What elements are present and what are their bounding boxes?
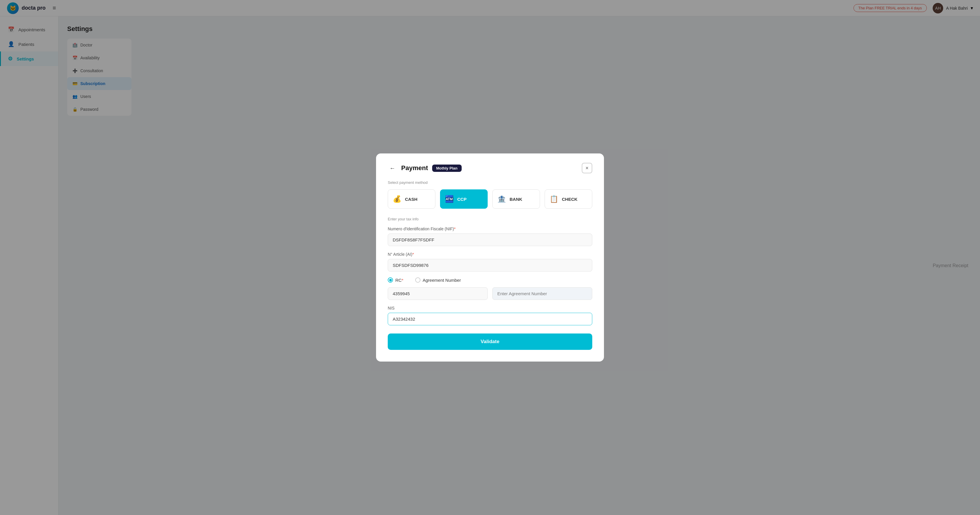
rc-radio-dot xyxy=(388,277,393,283)
payment-method-cash[interactable]: 💰 CASH xyxy=(388,190,435,209)
radio-row: RC* Agreement Number xyxy=(388,277,592,283)
modal-title: Payment xyxy=(401,164,428,172)
rc-input-section xyxy=(388,287,488,300)
close-button[interactable]: × xyxy=(582,163,592,173)
plan-badge: Mothly Plan xyxy=(432,164,462,172)
payment-method-section: Select payment method 💰 CASH 🏧 CCP 🏦 BAN… xyxy=(388,180,592,209)
payment-method-bank[interactable]: 🏦 BANK xyxy=(492,190,540,209)
payment-method-ccp[interactable]: 🏧 CCP xyxy=(440,190,488,209)
modal-header-left: ← Payment Mothly Plan xyxy=(388,163,462,173)
nif-label: Numero d'Identification Fiscale (NIF)* xyxy=(388,226,592,231)
rc-input[interactable] xyxy=(388,287,488,300)
nif-required: * xyxy=(454,226,455,231)
modal-overlay[interactable]: ← Payment Mothly Plan × Select payment m… xyxy=(0,0,980,515)
payment-methods-list: 💰 CASH 🏧 CCP 🏦 BANK 📋 CHECK xyxy=(388,190,592,209)
back-button[interactable]: ← xyxy=(388,163,397,173)
bank-icon: 🏦 xyxy=(497,195,506,203)
agreement-label: Agreement Number xyxy=(423,277,461,283)
agreement-input[interactable] xyxy=(492,287,592,300)
nis-label: NIS xyxy=(388,306,592,310)
payment-method-check[interactable]: 📋 CHECK xyxy=(545,190,592,209)
check-icon: 📋 xyxy=(550,195,558,203)
payment-modal: ← Payment Mothly Plan × Select payment m… xyxy=(376,153,604,362)
nif-section: Numero d'Identification Fiscale (NIF)* xyxy=(388,226,592,246)
check-label: CHECK xyxy=(562,197,578,202)
bank-label: BANK xyxy=(509,197,522,202)
nis-section: NIS xyxy=(388,306,592,325)
cash-icon: 💰 xyxy=(393,195,401,203)
modal-header: ← Payment Mothly Plan × xyxy=(388,163,592,173)
validate-button[interactable]: Validate xyxy=(388,333,592,350)
article-section: N° Article (AI)* xyxy=(388,252,592,271)
article-input[interactable] xyxy=(388,259,592,271)
cash-label: CASH xyxy=(405,197,418,202)
article-required: * xyxy=(412,252,414,257)
rc-agreement-row xyxy=(388,287,592,300)
rc-label: RC* xyxy=(395,277,404,283)
ccp-icon: 🏧 xyxy=(445,195,454,203)
article-label: N° Article (AI)* xyxy=(388,252,592,257)
nif-input[interactable] xyxy=(388,234,592,246)
ccp-label: CCP xyxy=(457,197,467,202)
tax-info-label: Enter your tax info xyxy=(388,217,592,221)
agreement-radio[interactable]: Agreement Number xyxy=(415,277,461,283)
agreement-radio-dot xyxy=(415,277,420,283)
agreement-input-section xyxy=(492,287,592,300)
select-payment-label: Select payment method xyxy=(388,180,592,185)
nis-input[interactable] xyxy=(388,313,592,325)
rc-radio[interactable]: RC* xyxy=(388,277,404,283)
